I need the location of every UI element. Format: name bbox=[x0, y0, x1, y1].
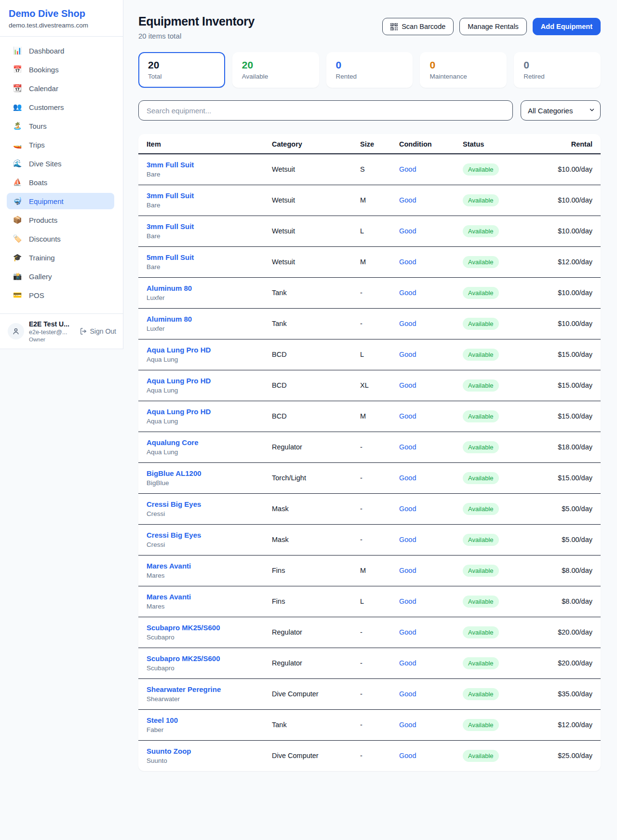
trips-icon: 🚤 bbox=[13, 140, 22, 149]
sidebar-item[interactable]: 📦 Products bbox=[7, 212, 114, 228]
sidebar-item-label: Discounts bbox=[29, 235, 61, 243]
sidebar-nav: 📊 Dashboard 📅 Bookings 📆 Calendar 👥 Cust… bbox=[0, 37, 123, 313]
condition-link[interactable]: Good bbox=[399, 474, 416, 482]
item-name-link[interactable]: Scubapro MK25/S600 bbox=[147, 623, 272, 632]
item-name-link[interactable]: Cressi Big Eyes bbox=[147, 531, 272, 539]
status-badge: Available bbox=[463, 534, 499, 546]
table-row: Aluminum 80 Luxfer Tank - Good Available… bbox=[138, 309, 601, 339]
sidebar-item[interactable]: 📸 Gallery bbox=[7, 268, 114, 285]
item-name-link[interactable]: Aqua Lung Pro HD bbox=[147, 377, 272, 385]
item-brand: Cressi bbox=[147, 510, 272, 517]
rental-price: $15.00/day bbox=[558, 351, 592, 358]
sidebar-item[interactable]: 💳 POS bbox=[7, 287, 114, 303]
column-header-condition: Condition bbox=[399, 134, 463, 154]
item-brand: Aqua Lung bbox=[147, 448, 272, 456]
user-section: E2E Test U... e2e-tester@... Owner Sign … bbox=[0, 313, 123, 349]
condition-link[interactable]: Good bbox=[399, 289, 416, 297]
rental-price: $25.00/day bbox=[558, 752, 592, 759]
sidebar-item[interactable]: 🏝️ Tours bbox=[7, 118, 114, 134]
sidebar-item[interactable]: 🏷️ Discounts bbox=[7, 230, 114, 247]
item-name-link[interactable]: Mares Avanti bbox=[147, 562, 272, 570]
condition-link[interactable]: Good bbox=[399, 258, 416, 266]
manage-rentals-button[interactable]: Manage Rentals bbox=[459, 18, 527, 35]
stat-card[interactable]: 0 Rented bbox=[326, 52, 413, 88]
brand-name[interactable]: Demo Dive Shop bbox=[9, 8, 114, 19]
column-header-size: Size bbox=[360, 134, 399, 154]
item-category: Fins bbox=[272, 555, 360, 586]
item-name-link[interactable]: 3mm Full Suit bbox=[147, 161, 272, 169]
condition-link[interactable]: Good bbox=[399, 443, 416, 451]
stat-card[interactable]: 20 Total bbox=[138, 52, 225, 88]
add-equipment-button[interactable]: Add Equipment bbox=[533, 18, 601, 35]
item-name-link[interactable]: Aqualung Core bbox=[147, 438, 272, 447]
item-size: - bbox=[360, 617, 399, 648]
stat-label: Available bbox=[242, 73, 309, 80]
condition-link[interactable]: Good bbox=[399, 659, 416, 667]
sidebar-item[interactable]: ⛵ Boats bbox=[7, 174, 114, 190]
main-content: Equipment Inventory 20 items total Scan … bbox=[123, 0, 617, 771]
avatar bbox=[8, 323, 24, 339]
item-category: Tank bbox=[272, 309, 360, 339]
user-icon bbox=[12, 327, 20, 336]
stat-label: Total bbox=[148, 73, 215, 80]
sidebar-item[interactable]: 🌊 Dive Sites bbox=[7, 155, 114, 172]
condition-link[interactable]: Good bbox=[399, 536, 416, 543]
status-badge: Available bbox=[463, 750, 499, 762]
item-size: - bbox=[360, 309, 399, 339]
rental-price: $12.00/day bbox=[558, 721, 592, 729]
item-name-link[interactable]: BigBlue AL1200 bbox=[147, 469, 272, 477]
stats-row: 20 Total 20 Available 0 Rented 0 Mainten… bbox=[138, 52, 601, 88]
sign-out-button[interactable]: Sign Out bbox=[80, 327, 116, 335]
item-category: BCD bbox=[272, 401, 360, 432]
sidebar-item[interactable]: 🤿 Equipment bbox=[7, 193, 114, 209]
condition-link[interactable]: Good bbox=[399, 567, 416, 574]
item-name-link[interactable]: Aqua Lung Pro HD bbox=[147, 346, 272, 354]
sidebar-item[interactable]: 📆 Calendar bbox=[7, 80, 114, 96]
user-name: E2E Test U... bbox=[29, 320, 75, 328]
condition-link[interactable]: Good bbox=[399, 721, 416, 729]
brand-block: Demo Dive Shop demo.test.divestreams.com bbox=[0, 0, 123, 36]
status-badge: Available bbox=[463, 287, 499, 299]
condition-link[interactable]: Good bbox=[399, 752, 416, 759]
condition-link[interactable]: Good bbox=[399, 597, 416, 605]
search-input[interactable] bbox=[138, 100, 513, 121]
item-name-link[interactable]: Scubapro MK25/S600 bbox=[147, 654, 272, 663]
item-name-link[interactable]: 3mm Full Suit bbox=[147, 222, 272, 230]
condition-link[interactable]: Good bbox=[399, 505, 416, 513]
condition-link[interactable]: Good bbox=[399, 628, 416, 636]
sidebar-item[interactable]: 📊 Dashboard bbox=[7, 42, 114, 59]
table-row: Aluminum 80 Luxfer Tank - Good Available… bbox=[138, 278, 601, 309]
item-name-link[interactable]: Aluminum 80 bbox=[147, 284, 272, 292]
stat-card[interactable]: 20 Available bbox=[232, 52, 319, 88]
logout-icon bbox=[80, 327, 87, 335]
category-filter[interactable]: All Categories bbox=[521, 100, 601, 121]
condition-link[interactable]: Good bbox=[399, 320, 416, 327]
item-name-link[interactable]: Cressi Big Eyes bbox=[147, 500, 272, 508]
item-name-link[interactable]: Suunto Zoop bbox=[147, 747, 272, 755]
item-name-link[interactable]: Mares Avanti bbox=[147, 593, 272, 601]
table-row: Scubapro MK25/S600 Scubapro Regulator - … bbox=[138, 617, 601, 648]
sidebar-item[interactable]: 📅 Bookings bbox=[7, 61, 114, 78]
status-badge: Available bbox=[463, 349, 499, 361]
condition-link[interactable]: Good bbox=[399, 196, 416, 204]
stat-card[interactable]: 0 Maintenance bbox=[420, 52, 507, 88]
item-name-link[interactable]: 3mm Full Suit bbox=[147, 191, 272, 200]
item-name-link[interactable]: 5mm Full Suit bbox=[147, 253, 272, 261]
condition-link[interactable]: Good bbox=[399, 690, 416, 698]
item-name-link[interactable]: Aqua Lung Pro HD bbox=[147, 407, 272, 416]
item-name-link[interactable]: Aluminum 80 bbox=[147, 315, 272, 323]
sidebar-item[interactable]: 👥 Customers bbox=[7, 99, 114, 115]
condition-link[interactable]: Good bbox=[399, 165, 416, 173]
item-name-link[interactable]: Shearwater Peregrine bbox=[147, 685, 272, 693]
condition-link[interactable]: Good bbox=[399, 381, 416, 389]
stat-card[interactable]: 0 Retired bbox=[514, 52, 601, 88]
status-badge: Available bbox=[463, 626, 499, 638]
condition-link[interactable]: Good bbox=[399, 227, 416, 235]
condition-link[interactable]: Good bbox=[399, 412, 416, 420]
sidebar-item[interactable]: 🎓 Training bbox=[7, 249, 114, 266]
sidebar-item[interactable]: 🚤 Trips bbox=[7, 136, 114, 153]
condition-link[interactable]: Good bbox=[399, 351, 416, 358]
status-badge: Available bbox=[463, 596, 499, 608]
scan-barcode-button[interactable]: Scan Barcode bbox=[382, 18, 454, 35]
item-name-link[interactable]: Steel 100 bbox=[147, 716, 272, 724]
